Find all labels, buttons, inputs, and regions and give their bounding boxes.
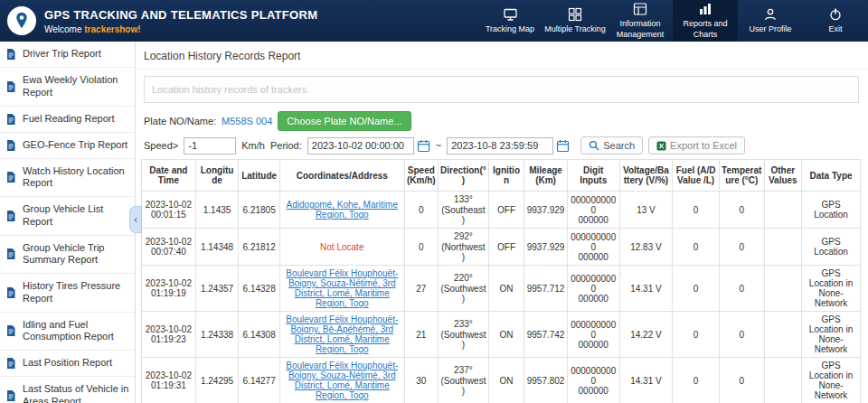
table-body: 2023-10-02 00:01:151.14356.21805Adidogom… [142, 192, 861, 403]
cell-address: Boulevard Félix Houphouët-Boigny, Souza-… [279, 266, 404, 312]
column-header-mileage-km: Mileage (Km) [524, 160, 568, 192]
sidebar-item-last-status-of-vehicle-in-areas-report[interactable]: Last Status of Vehicle in Areas Report [0, 377, 135, 403]
cell-longitude: 1.24357 [195, 266, 239, 312]
main-content: Location History Records Report Location… [137, 42, 868, 403]
sidebar-item-group-vehicle-list-report[interactable]: Group Vehicle List Report [0, 197, 135, 236]
calendar-icon[interactable] [417, 139, 430, 153]
sidebar-collapse-button[interactable]: ‹ [129, 206, 142, 233]
period-label: Period: [270, 140, 302, 151]
cell-voltage: 13 V [619, 192, 673, 229]
sidebar-item-label: Fuel Reading Report [23, 113, 115, 126]
app-header: GPS TRACKING AND TELEMATICS PLATFORM Wel… [0, 0, 868, 42]
sidebar-item-last-position-report[interactable]: Last Position Report [0, 351, 135, 377]
sidebar-item-driver-trip-report[interactable]: Driver Trip Report [0, 42, 135, 68]
app-title: GPS TRACKING AND TELEMATICS PLATFORM [44, 8, 317, 22]
cell-data-type: GPS Location in None-Network [802, 266, 861, 312]
cell-speed: 21 [404, 312, 438, 358]
period-end-input[interactable]: 2023-10-8 23:59:59 [447, 137, 553, 155]
cell-latitude: 6.14308 [239, 312, 280, 358]
cell-other [764, 266, 802, 312]
nav-item-information-management[interactable]: Information Management [608, 0, 673, 42]
direction-compass: (Southwest) [440, 284, 486, 304]
sidebar-item-fuel-reading-report[interactable]: Fuel Reading Report [0, 107, 135, 133]
cell-longitude: 1.14348 [195, 229, 239, 266]
search-button[interactable]: Search [580, 136, 643, 155]
speed-input[interactable] [184, 137, 236, 155]
cell-temperature: 0 [719, 192, 764, 229]
report-doc-icon [5, 113, 17, 126]
sidebar-item-group-vehicle-trip-summary-report[interactable]: Group Vehicle Trip Summary Report [0, 236, 135, 275]
choose-plate-button[interactable]: Choose Plate NO/Name... [278, 111, 410, 131]
address-link[interactable]: Boulevard Félix Houphouët-Boigny, Bè-Apé… [286, 314, 398, 354]
calendar-icon[interactable] [556, 139, 570, 153]
direction-compass: (Southwest) [440, 330, 486, 350]
cell-mileage: 9957.712 [524, 266, 568, 312]
column-header-fuel-a-d-value-l: Fuel (A/D Value /L) [673, 160, 720, 192]
title-block: GPS TRACKING AND TELEMATICS PLATFORM Wel… [44, 8, 317, 34]
reports-sidebar: Driver Trip ReportEwa Weekly Violation R… [0, 42, 136, 403]
plate-value: M558S 004 [222, 116, 272, 127]
plate-filter-row: Plate NO/Name: M558S 004 Choose Plate NO… [137, 108, 868, 134]
period-filter-row: Speed> Km/h Period: 2023-10-02 00:00:00 … [137, 134, 868, 157]
cell-direction: 233°(Southwest) [439, 312, 489, 358]
direction-degrees: 220° [440, 273, 486, 283]
sidebar-item-label: Watch History Location Report [23, 165, 130, 191]
monitor-icon [503, 7, 518, 22]
report-doc-icon [5, 48, 17, 61]
export-excel-button[interactable]: Export to Excel [648, 136, 745, 155]
cell-datetime: 2023-10-02 00:07:40 [142, 229, 196, 266]
table-row: 2023-10-02 00:07:401.143486.21812Not Loc… [142, 229, 861, 266]
cell-digit-inputs: 0000000000 000000 [567, 266, 619, 312]
sidebar-item-ewa-weekly-violation-report[interactable]: Ewa Weekly Violation Report [0, 68, 135, 107]
column-header-voltage-battery-v: Voltage/Battery (V/%) [619, 160, 673, 192]
cell-fuel: 0 [673, 358, 720, 403]
address-link[interactable]: Adidogomé, Kohe, Maritime Region, Togo [287, 200, 398, 220]
sidebar-item-label: Idling and Fuel Consumption Report [23, 319, 130, 344]
cell-longitude: 1.1435 [195, 192, 239, 229]
column-header-speed-km-h: Speed (Km/h) [404, 160, 438, 192]
address-link[interactable]: Boulevard Félix Houphouët-Boigny, Souza-… [286, 361, 398, 400]
cell-latitude: 6.14277 [239, 358, 280, 403]
page-title: Location History Records Report [137, 42, 868, 70]
nav-item-multiple-tracking[interactable]: Multiple Tracking [542, 0, 608, 42]
not-locate-text: Not Locate [320, 242, 363, 252]
sidebar-item-idling-and-fuel-consumption-report[interactable]: Idling and Fuel Consumption Report [0, 313, 135, 351]
nav-item-tracking-map[interactable]: Tracking Map [477, 0, 542, 42]
cell-ignition: ON [488, 266, 524, 312]
power-icon [828, 7, 843, 22]
sidebar-item-label: History Tires Pressure Report [23, 280, 130, 305]
report-doc-icon [5, 210, 17, 222]
report-doc-icon [5, 357, 17, 370]
period-start-input[interactable]: 2023-10-02 00:00:00 [307, 137, 414, 155]
cell-data-type: GPS Location [802, 192, 861, 229]
report-doc-icon [5, 171, 17, 183]
cell-data-type: GPS Location in None-Network [802, 312, 861, 358]
nav-item-user-profile[interactable]: User Profile [738, 0, 803, 42]
cell-digit-inputs: 0000000000 000000 [567, 312, 619, 358]
chevron-left-icon: ‹ [134, 213, 137, 226]
nav-item-label: Exit [828, 24, 842, 34]
welcome-line: Welcome trackershow! [44, 24, 317, 34]
cell-data-type: GPS Location [802, 229, 861, 266]
cell-speed: 0 [404, 229, 438, 266]
column-header-temperature-c: Temperature (°C) [719, 160, 764, 192]
excel-icon [656, 141, 666, 151]
cell-direction: 237°(Southwest) [439, 358, 489, 403]
sidebar-item-geo-fence-trip-report[interactable]: GEO-Fence Trip Report [0, 133, 135, 159]
address-link[interactable]: Boulevard Félix Houphouët-Boigny, Souza-… [286, 268, 398, 308]
info-table-icon [633, 2, 647, 16]
records-table: Date and TimeLongitudeLatitudeCoordinate… [141, 159, 861, 403]
sidebar-item-label: Last Status of Vehicle in Areas Report [23, 383, 130, 403]
sidebar-item-watch-history-location-report[interactable]: Watch History Location Report [0, 159, 135, 198]
cell-address: Not Locate [279, 229, 404, 266]
nav-item-exit[interactable]: Exit [803, 0, 868, 42]
column-header-other-values: Other Values [764, 160, 802, 192]
cell-mileage: 9957.802 [524, 358, 568, 403]
table-row: 2023-10-02 01:19:191.243576.14328Bouleva… [142, 266, 861, 312]
report-doc-icon [5, 80, 17, 93]
nav-item-reports-and-charts[interactable]: Reports and Charts [673, 0, 738, 42]
cell-ignition: OFF [488, 192, 524, 229]
report-description: Location history records of trackers. [144, 76, 859, 103]
search-button-label: Search [603, 140, 635, 151]
sidebar-item-history-tires-pressure-report[interactable]: History Tires Pressure Report [0, 274, 135, 313]
